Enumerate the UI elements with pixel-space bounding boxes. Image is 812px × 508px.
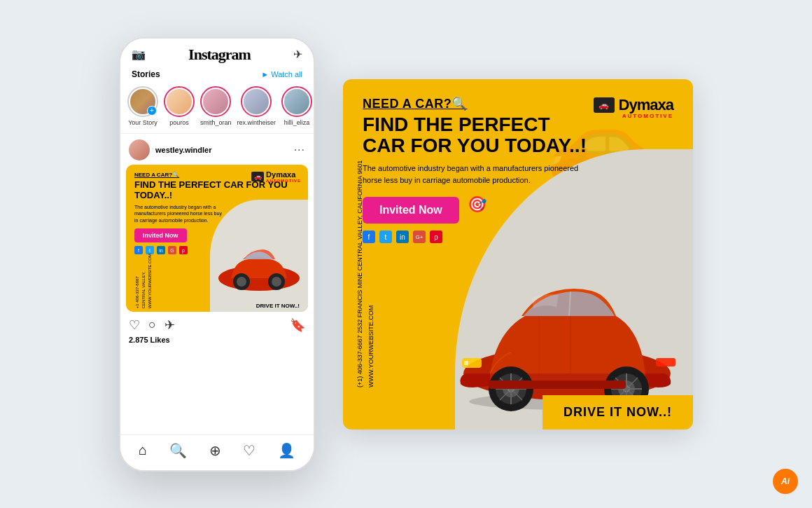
post-actions: ♡ ○ ✈ 🔖 bbox=[120, 312, 314, 336]
story-name-rex: rex.wintheiser bbox=[237, 119, 276, 126]
likes-count: 2.875 Likes bbox=[120, 336, 314, 344]
large-linkedin-icon[interactable]: in bbox=[396, 231, 409, 243]
mini-ad-card: 🚗 Dymaxa AUTOMOTIVE NEED A CAR?🔍 FIND TH… bbox=[126, 165, 308, 312]
svg-rect-27 bbox=[489, 380, 626, 389]
svg-point-2 bbox=[237, 277, 246, 287]
mini-ad-body: The automotive industry began with a man… bbox=[134, 204, 225, 224]
mini-logo-text: Dymaxa bbox=[266, 170, 301, 179]
camera-icon[interactable]: 📷 bbox=[132, 48, 146, 61]
story-hilli[interactable]: hilli_eliza bbox=[281, 86, 312, 126]
large-twitter-icon[interactable]: t bbox=[379, 231, 392, 243]
story-rex[interactable]: rex.wintheiser bbox=[237, 86, 276, 126]
mini-ad: 🚗 Dymaxa AUTOMOTIVE NEED A CAR?🔍 FIND TH… bbox=[126, 165, 308, 312]
large-car-area bbox=[448, 233, 686, 416]
story-avatar-hilli bbox=[281, 86, 312, 117]
story-avatar-smith bbox=[200, 86, 231, 117]
mini-logo-car-icon: 🚗 bbox=[251, 172, 264, 181]
story-name-smith: smith_oran bbox=[200, 119, 232, 126]
search-nav-icon[interactable]: 🔍 bbox=[169, 442, 187, 459]
share-icon[interactable]: ✈ bbox=[164, 317, 175, 333]
large-headline: FIND THE PERFECT CAR FOR YOU TODAY..! bbox=[363, 114, 587, 158]
home-nav-icon[interactable]: ⌂ bbox=[139, 442, 147, 458]
post-user-row: westley.windler ··· bbox=[120, 135, 314, 165]
send-icon[interactable]: ✈ bbox=[293, 48, 302, 61]
reels-nav-icon[interactable]: ♡ bbox=[243, 442, 255, 459]
large-need-car: NEED A CAR?🔍 bbox=[363, 96, 673, 111]
mini-car-svg bbox=[214, 240, 304, 292]
story-name-your: Your Story bbox=[128, 119, 158, 126]
mini-linkedin-icon: in bbox=[157, 246, 165, 254]
story-name-pouros: pouros bbox=[169, 119, 189, 126]
mini-logo-sub: AUTOMOTIVE bbox=[266, 179, 301, 183]
bookmark-icon[interactable]: 🔖 bbox=[290, 317, 305, 333]
svg-point-4 bbox=[272, 277, 281, 287]
story-avatar-pouros bbox=[164, 86, 195, 117]
like-icon[interactable]: ♡ bbox=[129, 317, 140, 333]
mini-drive-now: DRIVE IT NOW..! bbox=[256, 303, 300, 309]
story-smith[interactable]: smith_oran bbox=[200, 86, 232, 126]
svg-rect-9 bbox=[464, 361, 468, 365]
add-story-icon: + bbox=[147, 106, 157, 116]
large-contact-strip: (+1) 406-337-6667 2532 FRANCIS MINE CENT… bbox=[354, 79, 377, 387]
large-invited-button[interactable]: Invited Now bbox=[363, 197, 459, 224]
ig-header: 📷 Instagram ✈ bbox=[120, 39, 314, 68]
profile-nav-icon[interactable]: 👤 bbox=[278, 442, 295, 459]
large-invited-row: Invited Now 🎯 bbox=[363, 186, 673, 224]
contact-phone: (+1) 406-337-6667 bbox=[356, 335, 363, 387]
mini-invited-button[interactable]: Invited Now bbox=[134, 228, 187, 242]
post-more-icon[interactable]: ··· bbox=[294, 144, 305, 156]
ig-logo: Instagram bbox=[188, 46, 251, 64]
divider bbox=[120, 133, 314, 134]
phone-screen: 📷 Instagram ✈ Stories ► Watch all + Your… bbox=[120, 39, 314, 470]
large-ad-card: 🚗 🚗 Dymaxa AUTOMOTIVE NEED A CAR?🔍 FIND … bbox=[343, 79, 693, 430]
large-google-icon[interactable]: G+ bbox=[413, 231, 426, 243]
mini-contact-strip: +1 406-337-6667 CENTRAL VALLEY, WWW.YOUR… bbox=[134, 254, 153, 308]
mini-google-icon: G bbox=[168, 246, 176, 254]
target-icon: 🎯 bbox=[468, 195, 486, 214]
stories-row: + Your Story pouros smith_oran bbox=[120, 83, 314, 132]
large-car-svg bbox=[448, 233, 686, 416]
story-avatar-your: + bbox=[127, 86, 158, 117]
story-pouros[interactable]: pouros bbox=[164, 86, 195, 126]
mini-pinterest-icon: p bbox=[179, 246, 188, 254]
large-body: The automotive industry began with a man… bbox=[363, 163, 580, 186]
story-your[interactable]: + Your Story bbox=[127, 86, 158, 126]
stories-title: Stories bbox=[132, 69, 160, 79]
svg-rect-10 bbox=[656, 358, 676, 366]
post-username: westley.windler bbox=[155, 146, 288, 154]
large-top: NEED A CAR?🔍 FIND THE PERFECT CAR FOR YO… bbox=[343, 79, 693, 244]
ai-illustrator-badge: Ai bbox=[773, 469, 798, 494]
story-name-hilli: hilli_eliza bbox=[284, 119, 310, 126]
bottom-nav: ⌂ 🔍 ⊕ ♡ 👤 bbox=[120, 434, 314, 470]
contact-state: CALIFORNIA 9601 bbox=[356, 160, 363, 213]
phone-mockup: 📷 Instagram ✈ Stories ► Watch all + Your… bbox=[119, 37, 315, 472]
story-avatar-rex bbox=[241, 86, 272, 117]
mini-ad-logo: 🚗 Dymaxa AUTOMOTIVE bbox=[251, 170, 301, 183]
mini-car-area bbox=[214, 240, 304, 292]
large-pinterest-icon[interactable]: p bbox=[430, 231, 442, 243]
post-user-avatar bbox=[129, 139, 150, 160]
drive-now-badge: DRIVE IT NOW..! bbox=[542, 395, 693, 430]
watch-all[interactable]: ► Watch all bbox=[261, 70, 302, 78]
stories-header: Stories ► Watch all bbox=[120, 68, 314, 83]
contact-address: 2532 FRANCIS MINE CENTRAL VALLEY, bbox=[356, 215, 363, 333]
add-nav-icon[interactable]: ⊕ bbox=[209, 442, 221, 459]
contact-website: WWW.YOURWEBSITE.COM bbox=[368, 305, 374, 387]
comment-icon[interactable]: ○ bbox=[148, 317, 156, 332]
